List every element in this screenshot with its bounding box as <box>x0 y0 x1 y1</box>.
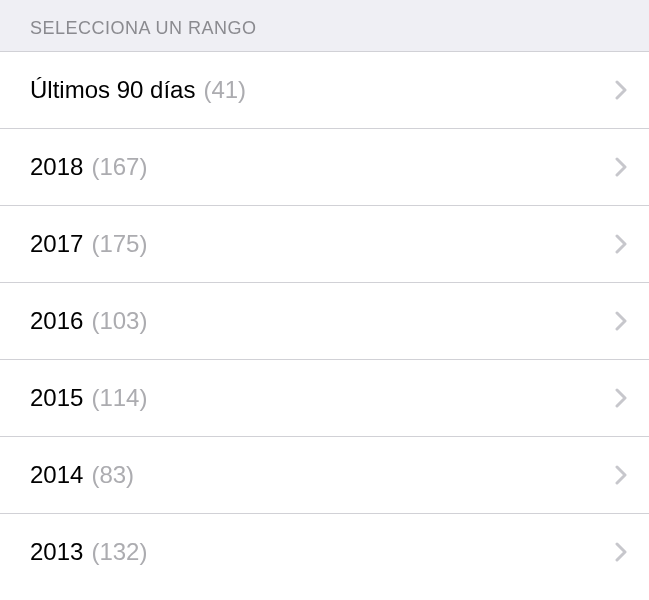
chevron-right-icon <box>615 311 627 331</box>
list-item-label: 2017 <box>30 230 83 258</box>
chevron-right-icon <box>615 388 627 408</box>
list-item-text: 2016 (103) <box>30 307 147 335</box>
list-item-label: 2015 <box>30 384 83 412</box>
list-item-count: (103) <box>91 307 147 335</box>
list-item-label: 2014 <box>30 461 83 489</box>
list-item-count: (114) <box>91 384 147 412</box>
list-item-label: 2016 <box>30 307 83 335</box>
list-item[interactable]: 2013 (132) <box>0 514 649 590</box>
list-item-text: 2014 (83) <box>30 461 134 489</box>
list-item-text: 2018 (167) <box>30 153 147 181</box>
list-item-label: Últimos 90 días <box>30 76 195 104</box>
list-item-label: 2013 <box>30 538 83 566</box>
chevron-right-icon <box>615 465 627 485</box>
list-item[interactable]: 2016 (103) <box>0 283 649 360</box>
list-item-count: (132) <box>91 538 147 566</box>
list-item[interactable]: 2018 (167) <box>0 129 649 206</box>
list-item[interactable]: 2017 (175) <box>0 206 649 283</box>
chevron-right-icon <box>615 80 627 100</box>
list-item-count: (83) <box>91 461 134 489</box>
list-item-label: 2018 <box>30 153 83 181</box>
range-list: Últimos 90 días (41) 2018 (167) 2017 (17… <box>0 51 649 590</box>
list-item-text: 2017 (175) <box>30 230 147 258</box>
list-item[interactable]: 2015 (114) <box>0 360 649 437</box>
list-item[interactable]: Últimos 90 días (41) <box>0 51 649 129</box>
list-item-text: 2015 (114) <box>30 384 147 412</box>
list-item[interactable]: 2014 (83) <box>0 437 649 514</box>
list-item-count: (167) <box>91 153 147 181</box>
section-header: Selecciona un rango <box>0 0 649 51</box>
chevron-right-icon <box>615 157 627 177</box>
list-item-text: 2013 (132) <box>30 538 147 566</box>
list-item-text: Últimos 90 días (41) <box>30 76 246 104</box>
list-item-count: (175) <box>91 230 147 258</box>
chevron-right-icon <box>615 234 627 254</box>
chevron-right-icon <box>615 542 627 562</box>
list-item-count: (41) <box>203 76 246 104</box>
